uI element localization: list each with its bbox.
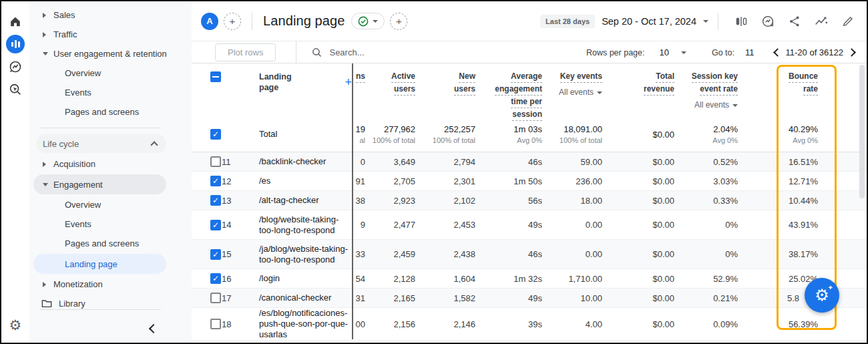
sessions-column-fragment[interactable]: ns	[352, 71, 365, 84]
add-comparison-button[interactable]: +	[224, 13, 241, 30]
landing-page-column-header[interactable]: Landing page +	[259, 71, 352, 93]
cell-bounce: 10.44%	[738, 196, 818, 206]
sidebar-item-monetization[interactable]: Monetization	[29, 275, 192, 294]
sidebar-item-landing-page[interactable]: Landing page	[33, 254, 166, 274]
assistant-fab-button[interactable]: ⚙ ✦	[805, 278, 839, 313]
report-header: A + Landing page + Last 28 days Sep 20 -…	[192, 1, 867, 41]
session-key-event-rate-column-header[interactable]: Session keyevent rateAll events	[674, 71, 738, 110]
row-checkbox[interactable]	[210, 156, 221, 167]
all-events-selector[interactable]: All events	[542, 88, 602, 98]
all-events-label: All events	[559, 88, 594, 98]
advertising-icon[interactable]	[1, 78, 29, 101]
insights-icon[interactable]	[760, 13, 776, 29]
goto-input[interactable]: 11	[745, 47, 754, 57]
header-divider-2	[718, 13, 718, 30]
cell-avg: 46s	[475, 249, 542, 259]
explore-icon[interactable]	[1, 55, 29, 78]
total-revenue-column-header[interactable]: Totalrevenue	[602, 71, 674, 97]
share-icon[interactable]	[787, 13, 803, 29]
add-report-button[interactable]: +	[390, 13, 407, 30]
sidebar-item-overview[interactable]: Overview	[29, 195, 192, 214]
sidebar-item-label: Pages and screens	[65, 238, 139, 248]
cell-new_users: 2,453	[415, 220, 475, 230]
date-range-value[interactable]: Sep 20 - Oct 17, 2024	[602, 16, 696, 27]
sidebar-item-overview[interactable]: Overview	[29, 63, 192, 83]
cell-avg: 1m 50s	[475, 176, 542, 186]
bounce-rate-column-header[interactable]: Bouncerate	[738, 71, 818, 97]
cell-rate: 3.03%	[674, 176, 738, 186]
sidebar-item-user-engagement-retention[interactable]: User engagement & retention	[29, 44, 192, 63]
all-events-label: All events	[694, 100, 729, 110]
sidebar-item-pages-and-screens[interactable]: Pages and screens	[29, 102, 192, 122]
total-value-rate: 2.04%	[674, 124, 738, 134]
report-status-pill[interactable]	[351, 13, 385, 29]
sidebar-item-sales[interactable]: Sales	[29, 5, 192, 25]
column-header-line: Key events	[560, 71, 602, 83]
next-page-icon[interactable]	[847, 48, 856, 57]
prev-page-icon[interactable]	[773, 48, 782, 57]
admin-gear-icon[interactable]: ⚙	[1, 317, 29, 333]
caret-down-icon	[43, 52, 48, 55]
sidebar-item-traffic[interactable]: Traffic	[29, 25, 192, 44]
row-checkbox[interactable]: ✓	[210, 273, 221, 284]
row-checkbox[interactable]: ✓	[210, 220, 221, 230]
sidebar-item-engagement[interactable]: Engagement	[33, 174, 166, 194]
rows-per-page-value[interactable]: 10	[659, 47, 668, 57]
row-index: 15	[221, 249, 259, 259]
home-icon[interactable]	[1, 10, 29, 33]
row-landing-page: /alt-tag-checker	[259, 195, 352, 206]
sidebar-item-acquisition[interactable]: Acquisition	[29, 154, 192, 174]
cell-active: 3,649	[365, 157, 415, 167]
cell-rev: $0.00	[602, 196, 674, 206]
cell-avg: 1m 32s	[475, 274, 542, 284]
sidebar-item-library[interactable]: Library	[29, 294, 192, 313]
sidebar-collapse-button[interactable]	[150, 323, 157, 335]
chevron-up-icon	[150, 141, 158, 148]
app-window: ⚙ SalesTrafficUser engagement & retentio…	[0, 0, 868, 344]
active-users-column-header[interactable]: Activeusers	[365, 71, 415, 97]
row-checkbox[interactable]: ✓	[210, 176, 221, 186]
sidebar-section-life-cycle[interactable]: Life cycle	[36, 134, 166, 153]
reports-icon[interactable]	[1, 33, 29, 55]
sidebar-item-events[interactable]: Events	[29, 214, 192, 234]
column-divider-line[interactable]	[352, 63, 353, 339]
reports-active-bubble	[6, 35, 25, 53]
edit-pencil-icon[interactable]	[840, 13, 856, 29]
header-divider	[252, 13, 252, 30]
row-checkbox[interactable]	[210, 319, 221, 329]
row-checkbox[interactable]: ✓	[210, 195, 221, 206]
row-checkbox[interactable]	[210, 293, 221, 303]
table-row: ✓13/alt-tag-checker382,9232,10256s18.00$…	[192, 191, 867, 210]
avg-engagement-column-header[interactable]: Averageengagementtime persession	[475, 71, 542, 122]
date-chevron-down-icon[interactable]	[703, 20, 708, 23]
cell-key: 4.00	[542, 319, 602, 329]
cell-avg: 46s	[475, 157, 542, 167]
cell-avg: 39s	[475, 319, 542, 329]
key-events-column-header[interactable]: Key eventsAll events	[542, 71, 602, 98]
chevron-down-icon	[732, 104, 738, 107]
add-dimension-icon[interactable]: +	[345, 77, 352, 88]
chevron-down-icon	[373, 20, 378, 23]
sidebar-item-pages-and-screens[interactable]: Pages and screens	[29, 234, 192, 253]
plot-rows-button[interactable]: Plot rows	[215, 43, 276, 61]
total-row-checkbox[interactable]: ✓	[210, 129, 221, 140]
caret-right-icon	[43, 162, 46, 167]
cell-rate: 52.9%	[674, 274, 738, 284]
new-users-column-header[interactable]: Newusers	[415, 71, 475, 97]
all-events-selector[interactable]: All events	[674, 100, 738, 110]
avatar[interactable]: A	[201, 13, 218, 30]
sidebar-item-events[interactable]: Events	[29, 83, 192, 102]
rows-per-page-chevron-icon[interactable]	[681, 51, 686, 54]
folder-icon	[41, 299, 52, 310]
compare-icon[interactable]	[733, 13, 749, 29]
date-range-chip: Last 28 days	[540, 15, 595, 28]
search-input[interactable]	[329, 47, 529, 57]
cell-rev: $0.00	[602, 220, 674, 230]
vertical-scrollbar[interactable]	[859, 65, 865, 198]
page-title: Landing page	[263, 13, 345, 29]
select-all-checkbox[interactable]	[210, 71, 221, 82]
trend-sparkle-icon[interactable]	[813, 13, 829, 29]
cell-rate: 0.52%	[674, 157, 738, 167]
cell-rev: $0.00	[602, 274, 674, 284]
row-checkbox[interactable]: ✓	[210, 249, 221, 260]
